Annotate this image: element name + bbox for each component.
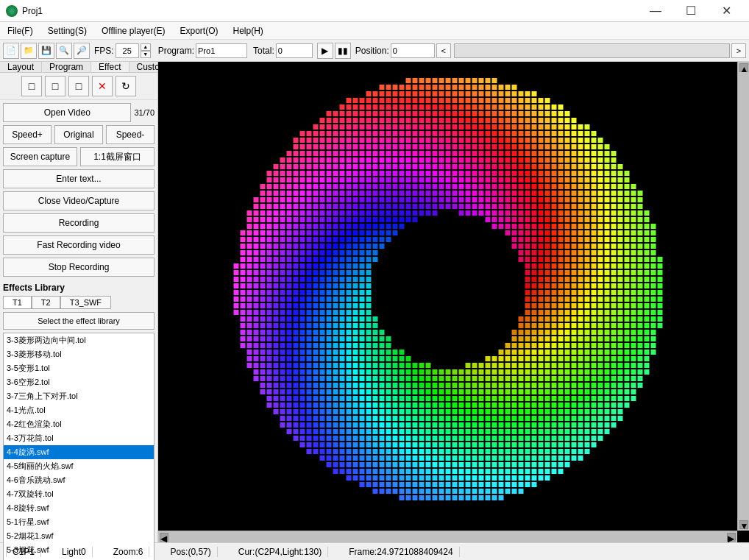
tab-layout[interactable]: Layout [0,62,42,72]
scroll-down-btn[interactable]: ▼ [739,520,748,529]
effect-item[interactable]: 3-5变形1.tol [4,361,154,375]
speed-plus-btn[interactable]: Speed+ [3,125,52,144]
led-canvas [158,62,749,542]
menu-file[interactable]: File(F) [0,24,40,38]
effect-item[interactable]: 4-7双旋转.tol [4,487,154,501]
total-input[interactable] [276,43,313,58]
status-pos: Pos:(0,57) [164,547,217,557]
panel-add-btn[interactable]: □ [21,76,42,96]
toolbar-search[interactable]: 🔍 [56,43,72,59]
play-button[interactable]: ▶ [317,43,333,59]
left-panel: Layout Program Effect Custom ◀ ▶ □ □ □ ✕… [0,62,158,542]
open-video-count: 31/70 [134,108,155,117]
led-display-canvas [158,62,739,518]
scroll-right-btn[interactable]: ▶ [727,533,736,542]
main-content: Layout Program Effect Custom ◀ ▶ □ □ □ ✕… [0,62,749,542]
toolbar-new[interactable]: 📄 [3,43,19,59]
minimize-button[interactable]: — [639,0,672,22]
progress-bar[interactable] [454,43,730,58]
app-title: Proj1 [22,6,639,16]
open-video-btn[interactable]: Open Video [3,103,131,122]
panel-reset-btn[interactable]: ↻ [116,76,136,96]
effect-item[interactable]: 4-6音乐跳动.swf [4,473,154,487]
toolbar-search2[interactable]: 🔎 [74,43,90,59]
menu-bar: File(F) Setting(S) Offline player(E) Exp… [0,22,749,40]
effect-item[interactable]: 5-4火焰.swf [4,557,154,560]
close-button[interactable]: ✕ [709,0,743,22]
tab-program[interactable]: Program [42,62,91,72]
effect-item[interactable]: 4-5绚丽的火焰.swf [4,459,154,473]
panel-save-btn[interactable]: □ [68,76,89,96]
original-btn[interactable]: Original [54,125,103,144]
position-input[interactable] [391,43,435,58]
nav-prev[interactable]: < [436,43,451,58]
scrollbar-bottom[interactable]: ◀ ▶ [158,531,737,542]
toolbar: 📄 📁 💾 🔍 🔎 FPS: ▲ ▼ Program: Total: ▶ ▮▮ … [0,40,749,62]
screen-row: Screen capture 1:1截屏窗口 [3,147,155,166]
effects-tabs: T1 T2 T3_SWF [3,296,155,309]
fps-down[interactable]: ▼ [141,51,151,58]
effect-item[interactable]: 3-3菱形两边向中间.tol [4,333,154,347]
fps-input[interactable] [116,43,139,58]
recording-section: Recording Fast Recording video Stop Reco… [3,213,155,277]
nav-next[interactable]: > [731,43,746,58]
scroll-left-btn[interactable]: ◀ [160,533,168,542]
panel-delete-btn[interactable]: ✕ [92,76,113,96]
toolbar-open[interactable]: 📁 [21,43,37,59]
effects-library-title: Effects Library [3,283,155,293]
effect-tab-t3[interactable]: T3_SWF [60,296,111,309]
enter-text-btn[interactable]: Enter text... [3,169,155,188]
toolbar-save[interactable]: 💾 [38,43,54,59]
scrollbar-right[interactable]: ▲ ▼ [737,62,749,531]
speed-minus-btn[interactable]: Speed- [106,125,155,144]
fps-label: FPS: [94,46,114,56]
fps-up[interactable]: ▲ [141,43,151,51]
program-input[interactable] [196,43,247,58]
effects-library: Effects Library T1 T2 T3_SWF Select the … [0,280,157,560]
effect-item[interactable]: 3-3菱形移动.tol [4,347,154,361]
status-light: Light0 [56,547,93,557]
effect-item[interactable]: 4-4旋涡.swf [4,445,154,459]
status-frame: Frame:24.9721088409424 [343,547,459,557]
effect-item[interactable]: 5-2烟花1.swf [4,529,154,543]
title-bar: Proj1 — ☐ ✕ [0,0,749,22]
effect-tab-t2[interactable]: T2 [32,296,60,309]
effect-item[interactable]: 3-7三角上下对开.tol [4,389,154,403]
panel-copy-btn[interactable]: □ [45,76,65,96]
tab-effect[interactable]: Effect [91,62,129,72]
screen-capture-btn[interactable]: Screen capture [3,147,77,166]
effects-list[interactable]: 3-3菱形两边向中间.tol3-3菱形移动.tol3-5变形1.tol3-6空形… [3,333,155,560]
speed-row: Speed+ Original Speed- [3,125,155,144]
scroll-up-btn[interactable]: ▲ [739,63,748,72]
effect-item[interactable]: 4-8旋转.swf [4,501,154,515]
stop-recording-btn[interactable]: Stop Recording [3,258,155,277]
effect-item[interactable]: 3-6空形2.tol [4,375,154,389]
effect-tab-t1[interactable]: T1 [3,296,32,309]
tab-bar: Layout Program Effect Custom ◀ ▶ [0,62,157,73]
pause-button[interactable]: ▮▮ [335,43,351,59]
one-one-btn[interactable]: 1:1截屏窗口 [80,147,155,166]
effect-item[interactable]: 4-3万花筒.tol [4,431,154,445]
effect-item[interactable]: 4-2红色渲染.tol [4,417,154,431]
close-video-btn[interactable]: Close Video/Capture [3,191,155,210]
fast-recording-btn[interactable]: Fast Recording video [3,235,155,255]
effect-item[interactable]: 5-1行星.swf [4,515,154,529]
program-label: Program: [158,46,194,56]
select-library-btn[interactable]: Select the effect library [3,312,155,330]
window-controls: — ☐ ✕ [639,0,743,22]
menu-help[interactable]: Help(H) [226,24,271,38]
menu-offline-player[interactable]: Offline player(E) [94,24,172,38]
panel-toolbar: □ □ □ ✕ ↻ [0,73,157,100]
effect-item[interactable]: 4-1光点.tol [4,403,154,417]
menu-export[interactable]: Export(O) [173,24,226,38]
total-label: Total: [253,46,274,56]
fps-arrows: ▲ ▼ [141,43,151,58]
recording-btn[interactable]: Recording [3,213,155,233]
panel-buttons: Open Video 31/70 Speed+ Original Speed- … [0,100,157,280]
app-icon [6,5,18,17]
position-label: Position: [355,46,389,56]
status-c1p1: C1P1 [6,547,41,557]
status-cur: Cur:(C2P4,Light:130) [232,547,328,557]
maximize-button[interactable]: ☐ [674,0,708,22]
menu-setting[interactable]: Setting(S) [40,24,94,38]
